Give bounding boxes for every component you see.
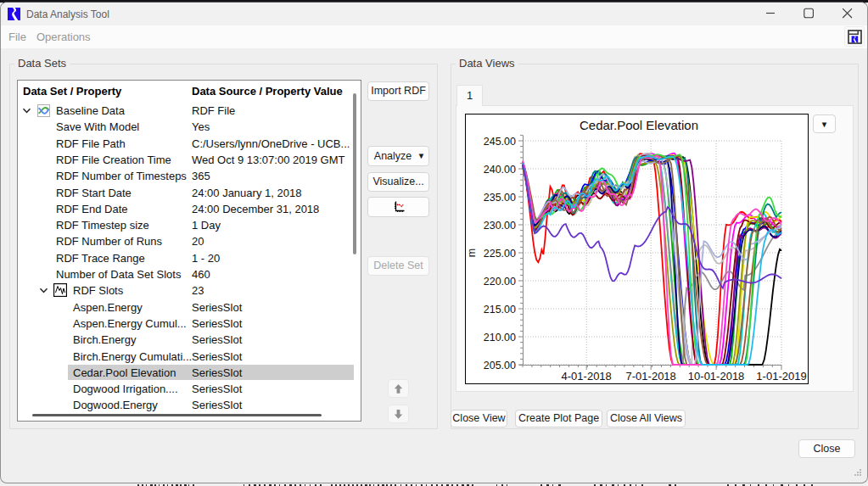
svg-text:225.00: 225.00 <box>484 248 516 260</box>
svg-text:210.00: 210.00 <box>484 332 516 344</box>
svg-text:245.00: 245.00 <box>484 136 516 148</box>
svg-text:10-01-2018: 10-01-2018 <box>688 370 745 383</box>
svg-text:205.00: 205.00 <box>484 360 516 371</box>
svg-text:7-01-2018: 7-01-2018 <box>626 370 676 383</box>
svg-text:1-01-2019: 1-01-2019 <box>756 370 806 383</box>
svg-text:4-01-2018: 4-01-2018 <box>562 370 612 383</box>
svg-text:Cedar.Pool Elevation: Cedar.Pool Elevation <box>580 118 698 132</box>
svg-text:220.00: 220.00 <box>484 276 516 288</box>
svg-text:240.00: 240.00 <box>484 164 516 176</box>
svg-text:235.00: 235.00 <box>484 192 516 204</box>
svg-text:m: m <box>466 249 478 257</box>
svg-text:230.00: 230.00 <box>484 220 516 232</box>
svg-text:215.00: 215.00 <box>484 304 516 316</box>
